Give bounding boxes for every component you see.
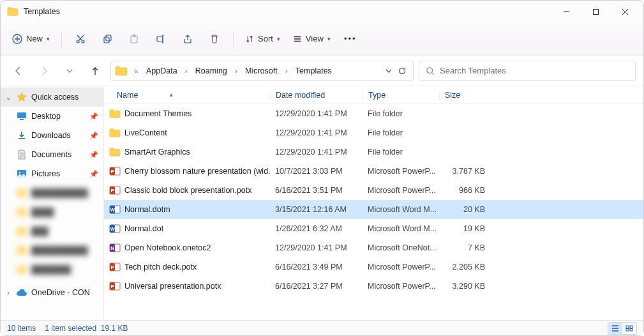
chevron-down-icon: ▾ xyxy=(47,36,50,42)
sidebar-item-onedrive[interactable]: › OneDrive - CON xyxy=(1,283,103,302)
file-row[interactable]: Document Themes12/29/2020 1:41 PMFile fo… xyxy=(104,104,643,123)
folder-icon xyxy=(7,6,19,17)
minimize-button[interactable] xyxy=(551,1,581,22)
chevron-right-icon: › xyxy=(283,65,290,77)
sidebar-item-redacted[interactable]: ████ xyxy=(1,202,103,222)
paste-icon xyxy=(129,34,139,44)
trash-icon xyxy=(209,34,220,44)
file-list[interactable]: Document Themes12/29/2020 1:41 PMFile fo… xyxy=(104,104,643,320)
svg-rect-19 xyxy=(626,326,629,328)
sidebar-item-pictures[interactable]: Pictures 📌 xyxy=(1,164,103,183)
breadcrumb-segment[interactable]: Templates xyxy=(293,65,334,77)
sidebar-item-redacted[interactable]: ███ xyxy=(1,222,103,241)
file-name: Universal presentation.potx xyxy=(124,282,221,291)
thumbnails-view-button[interactable] xyxy=(622,323,636,334)
file-type: Microsoft PowerP... xyxy=(363,167,439,176)
sidebar-item-redacted[interactable]: ███████ xyxy=(1,260,103,279)
copy-button[interactable] xyxy=(95,27,119,50)
pin-icon: 📌 xyxy=(89,132,98,140)
search-icon xyxy=(426,66,435,75)
view-button[interactable]: View ▾ xyxy=(288,27,336,50)
share-button[interactable] xyxy=(176,27,200,50)
copy-icon xyxy=(102,34,112,44)
view-toggle[interactable] xyxy=(608,322,637,335)
file-row[interactable]: Cherry blossom nature presentation (wid.… xyxy=(104,162,643,181)
file-row[interactable]: Universal presentation.potx6/16/2021 3:2… xyxy=(104,277,643,296)
file-date: 6/16/2021 3:49 PM xyxy=(270,263,363,271)
rename-icon xyxy=(156,34,166,44)
ppt-icon xyxy=(109,261,121,273)
new-button[interactable]: New ▾ xyxy=(7,27,55,50)
breadcrumb-overflow[interactable]: « xyxy=(131,65,141,77)
rename-button[interactable] xyxy=(149,27,173,50)
search-box[interactable] xyxy=(419,61,636,81)
file-type: File folder xyxy=(363,109,439,118)
file-row[interactable]: Classic bold block presentation.potx6/16… xyxy=(104,181,643,200)
file-name: LiveContent xyxy=(124,128,167,137)
sidebar-label: Desktop xyxy=(31,112,61,121)
status-selection: 1 item selected 19.1 KB xyxy=(45,324,128,333)
ellipsis-icon: ••• xyxy=(344,34,357,43)
details-view-button[interactable] xyxy=(608,323,622,334)
sidebar-item-documents[interactable]: Documents 📌 xyxy=(1,145,103,164)
delete-button[interactable] xyxy=(202,27,227,50)
file-row[interactable]: Tech pitch deck.potx6/16/2021 3:49 PMMic… xyxy=(104,257,643,277)
star-icon xyxy=(16,92,27,102)
file-row[interactable]: SmartArt Graphics12/29/2020 1:41 PMFile … xyxy=(104,142,643,162)
file-row[interactable]: Normal.dotm3/15/2021 12:16 AMMicrosoft W… xyxy=(104,200,643,219)
new-label: New xyxy=(26,34,43,43)
recent-locations-button[interactable] xyxy=(59,61,80,81)
sort-button[interactable]: Sort ▾ xyxy=(240,27,285,50)
chevron-down-icon[interactable] xyxy=(385,67,393,75)
sidebar-item-redacted[interactable]: ██████████ xyxy=(1,183,103,202)
folder-icon xyxy=(115,65,128,77)
file-name: Tech pitch deck.potx xyxy=(124,263,197,271)
file-date: 12/29/2020 1:41 PM xyxy=(270,148,363,157)
svg-rect-22 xyxy=(630,328,633,331)
more-button[interactable]: ••• xyxy=(338,27,363,50)
file-name: SmartArt Graphics xyxy=(124,148,190,157)
forward-button[interactable] xyxy=(34,61,54,81)
word-icon xyxy=(109,204,121,215)
close-button[interactable] xyxy=(610,1,640,22)
paste-button[interactable] xyxy=(122,27,146,50)
file-date: 12/29/2020 1:41 PM xyxy=(270,128,363,137)
sort-asc-icon: ▲ xyxy=(168,92,174,98)
sidebar-quick-access[interactable]: ⌄ Quick access xyxy=(1,88,103,107)
ppt-icon xyxy=(109,280,121,292)
svg-point-2 xyxy=(77,40,79,43)
file-row[interactable]: Normal.dot1/26/2021 6:32 AMMicrosoft Wor… xyxy=(104,219,643,238)
svg-rect-5 xyxy=(106,35,111,41)
file-row[interactable]: Open Notebook.onetoc212/29/2020 1:41 PMM… xyxy=(104,238,643,257)
sidebar-item-desktop[interactable]: Desktop 📌 xyxy=(1,107,103,126)
column-header-name[interactable]: Name▲ xyxy=(104,91,270,100)
up-button[interactable] xyxy=(85,61,105,81)
column-header-type[interactable]: Type xyxy=(363,91,439,100)
file-type: Microsoft PowerP... xyxy=(363,263,439,271)
column-header-date[interactable]: Date modified xyxy=(270,91,363,100)
cut-button[interactable] xyxy=(68,27,93,50)
column-header-size[interactable]: Size xyxy=(439,91,490,100)
file-name-cell: Document Themes xyxy=(104,108,270,119)
refresh-icon[interactable] xyxy=(398,66,407,75)
file-size: 20 KB xyxy=(439,205,490,214)
sidebar-item-downloads[interactable]: Downloads 📌 xyxy=(1,126,103,145)
files-pane: Name▲ Date modified Type Size Document T… xyxy=(104,86,643,320)
breadcrumb-segment[interactable]: Microsoft xyxy=(243,65,280,77)
svg-point-9 xyxy=(427,67,433,73)
maximize-button[interactable] xyxy=(581,1,610,22)
file-row[interactable]: LiveContent12/29/2020 1:41 PMFile folder xyxy=(104,123,643,142)
breadcrumb-segment[interactable]: AppData xyxy=(144,65,180,77)
search-input[interactable] xyxy=(440,66,629,75)
file-date: 6/16/2021 3:51 PM xyxy=(270,186,363,195)
breadcrumb-segment[interactable]: Roaming xyxy=(193,65,230,77)
ppt-icon xyxy=(109,185,121,196)
address-bar[interactable]: « AppData › Roaming › Microsoft › Templa… xyxy=(110,61,414,81)
sidebar-label: Downloads xyxy=(31,131,71,140)
svg-rect-21 xyxy=(626,328,629,331)
sidebar-item-redacted[interactable]: ██████████ xyxy=(1,241,103,260)
toolbar: New ▾ Sort ▾ View ▾ ••• xyxy=(1,22,643,56)
pin-icon: 📌 xyxy=(89,151,98,159)
folder-icon xyxy=(109,108,121,119)
back-button[interactable] xyxy=(8,61,29,81)
